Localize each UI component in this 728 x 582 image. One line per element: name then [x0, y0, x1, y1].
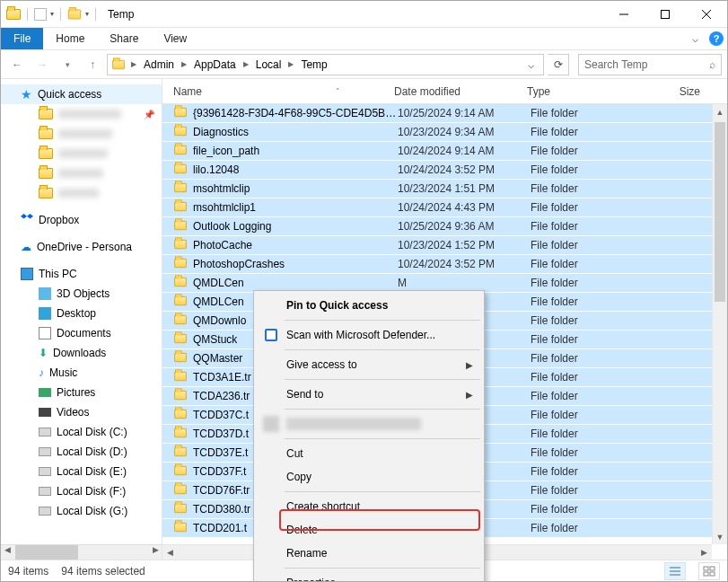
- large-icons-view-button[interactable]: [698, 562, 720, 580]
- file-type: File folder: [531, 428, 638, 440]
- vertical-scrollbar[interactable]: ▲ ▼: [712, 104, 727, 544]
- chevron-right-icon[interactable]: ▶: [286, 60, 295, 68]
- nav-local-disk-c[interactable]: Local Disk (C:): [1, 422, 162, 442]
- scroll-up-button[interactable]: ▲: [713, 104, 727, 119]
- ctx-properties[interactable]: Properties: [256, 571, 482, 582]
- ctx-create-shortcut[interactable]: Create shortcut: [256, 495, 482, 518]
- nav-quick-item[interactable]: [1, 144, 162, 163]
- nav-desktop[interactable]: Desktop: [1, 304, 162, 323]
- nav-dropbox[interactable]: Dropbox: [1, 210, 162, 230]
- details-view-button[interactable]: [664, 562, 686, 580]
- tab-view[interactable]: View: [151, 28, 199, 49]
- column-header-size[interactable]: Size: [635, 85, 727, 98]
- minimize-button[interactable]: [603, 1, 645, 28]
- tab-share[interactable]: Share: [97, 28, 151, 49]
- nav-downloads[interactable]: ⬇Downloads: [1, 343, 162, 363]
- ctx-scan-defender[interactable]: Scan with Microsoft Defender...: [256, 323, 482, 347]
- redacted-label: [58, 149, 108, 158]
- file-tab[interactable]: File: [1, 28, 43, 49]
- file-type: File folder: [531, 126, 638, 138]
- file-row[interactable]: msohtmlclip10/23/2024 1:51 PMFile folder: [162, 180, 727, 198]
- chevron-down-icon[interactable]: ▾: [85, 10, 89, 18]
- search-input[interactable]: Search Temp ⌕: [578, 54, 722, 75]
- nav-pane-scrollbar[interactable]: ◀▶: [1, 544, 162, 560]
- qat-placeholder-icon[interactable]: [34, 8, 47, 21]
- redacted-icon: [263, 416, 279, 432]
- column-header-name[interactable]: Name˄: [173, 85, 394, 98]
- nav-quick-item[interactable]: [1, 124, 162, 144]
- tab-home[interactable]: Home: [43, 28, 97, 49]
- nav-label: OneDrive - Persona: [37, 241, 132, 253]
- file-row[interactable]: {93961428-F3D4-4F68-99C5-CDE4D5BD19...10…: [162, 104, 727, 123]
- nav-pictures[interactable]: Pictures: [1, 383, 162, 402]
- help-button[interactable]: ?: [706, 28, 727, 49]
- file-row[interactable]: PhotoCache10/23/2024 1:52 PMFile folder: [162, 236, 727, 255]
- folder-icon: [173, 522, 188, 535]
- ctx-redacted-item[interactable]: [256, 412, 482, 436]
- file-type: File folder: [531, 371, 638, 384]
- file-name: Diagnostics: [193, 126, 398, 138]
- file-row[interactable]: PhotoshopCrashes10/24/2024 3:52 PMFile f…: [162, 255, 727, 274]
- qat-dropdown-icon[interactable]: ▾: [50, 10, 54, 18]
- breadcrumb[interactable]: AppData: [190, 58, 240, 71]
- ctx-rename[interactable]: Rename: [256, 542, 482, 565]
- breadcrumb[interactable]: Temp: [297, 58, 330, 71]
- file-date: M: [398, 277, 531, 289]
- nav-onedrive[interactable]: ☁OneDrive - Persona: [1, 237, 162, 257]
- nav-music[interactable]: ♪Music: [1, 363, 162, 383]
- file-row[interactable]: msohtmlclip110/24/2024 4:43 PMFile folde…: [162, 198, 727, 217]
- nav-this-pc[interactable]: This PC: [1, 264, 162, 284]
- ctx-copy[interactable]: Copy: [256, 465, 482, 489]
- nav-videos[interactable]: Videos: [1, 402, 162, 422]
- nav-local-disk-d[interactable]: Local Disk (D:): [1, 442, 162, 462]
- nav-local-disk-g[interactable]: Local Disk (G:): [1, 501, 162, 521]
- redacted-label: [58, 169, 103, 178]
- nav-local-disk-f[interactable]: Local Disk (F:): [1, 481, 162, 501]
- chevron-right-icon[interactable]: ▶: [180, 60, 189, 68]
- column-header-date[interactable]: Date modified: [394, 85, 527, 98]
- address-history-button[interactable]: ⌵: [522, 58, 539, 71]
- scroll-right-button[interactable]: ▶: [697, 548, 712, 557]
- folder-icon: [173, 239, 188, 252]
- scroll-left-button[interactable]: ◀: [162, 548, 178, 557]
- chevron-right-icon[interactable]: ▶: [241, 60, 250, 68]
- up-button[interactable]: ↑: [82, 54, 103, 75]
- ctx-label: Cut: [286, 447, 303, 460]
- ctx-send-to[interactable]: Send to▶: [256, 383, 482, 406]
- nav-quick-access[interactable]: ★ Quick access: [1, 84, 162, 104]
- file-row[interactable]: lilo.1204810/24/2024 3:52 PMFile folder: [162, 161, 727, 180]
- maximize-button[interactable]: [645, 1, 686, 28]
- svg-rect-8: [710, 567, 715, 570]
- folder-icon: [173, 201, 188, 215]
- recent-locations-button[interactable]: ▾: [57, 54, 78, 75]
- ctx-cut[interactable]: Cut: [256, 442, 482, 465]
- file-row[interactable]: Outlook Logging10/25/2024 9:36 AMFile fo…: [162, 217, 727, 236]
- nav-quick-item[interactable]: 📌: [1, 104, 162, 124]
- ctx-give-access-to[interactable]: Give access to▶: [256, 353, 482, 376]
- forward-button[interactable]: →: [31, 54, 53, 75]
- ctx-label: Rename: [286, 547, 327, 560]
- chevron-right-icon[interactable]: ▶: [129, 60, 138, 68]
- breadcrumb[interactable]: Local: [252, 58, 285, 71]
- close-button[interactable]: [686, 1, 727, 28]
- breadcrumb[interactable]: Admin: [140, 58, 178, 71]
- column-header-type[interactable]: Type: [527, 85, 635, 98]
- nav-3d-objects[interactable]: 3D Objects: [1, 284, 162, 304]
- 3d-objects-icon: [39, 287, 51, 300]
- ribbon-collapse-button[interactable]: ⌵: [684, 28, 706, 49]
- file-row[interactable]: file_icon_path10/24/2024 9:14 AMFile fol…: [162, 142, 727, 161]
- ctx-delete[interactable]: Delete: [256, 518, 482, 542]
- back-button[interactable]: ←: [6, 54, 28, 75]
- refresh-button[interactable]: ⟳: [548, 54, 569, 75]
- file-row[interactable]: Diagnostics10/23/2024 9:34 AMFile folder: [162, 123, 727, 142]
- nav-quick-item[interactable]: [1, 163, 162, 183]
- nav-documents[interactable]: Documents: [1, 323, 162, 343]
- nav-quick-item[interactable]: [1, 183, 162, 203]
- address-bar[interactable]: ▶ Admin ▶ AppData ▶ Local ▶ Temp ⌵: [107, 54, 544, 75]
- scrollbar-thumb[interactable]: [715, 122, 725, 302]
- ctx-pin-to-quick-access[interactable]: Pin to Quick access: [256, 294, 482, 317]
- scrollbar-thumb[interactable]: [15, 545, 78, 560]
- scroll-down-button[interactable]: ▼: [713, 529, 727, 544]
- navigation-pane[interactable]: ★ Quick access 📌 Dropbox ☁OneDrive - Per…: [1, 79, 162, 560]
- nav-local-disk-e[interactable]: Local Disk (E:): [1, 462, 162, 481]
